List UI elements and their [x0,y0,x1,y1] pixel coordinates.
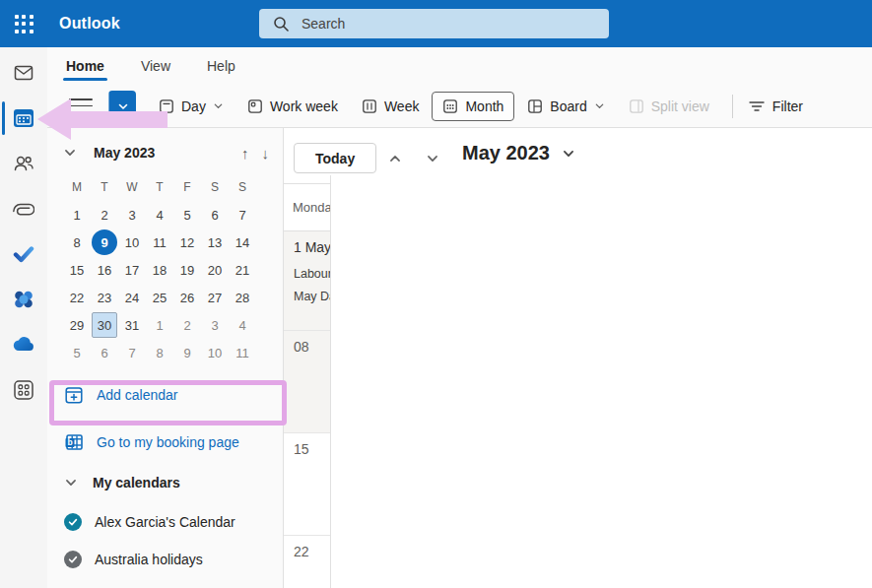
view-day-button[interactable]: Day [148,92,235,121]
rail-item-onedrive[interactable] [8,329,39,360]
mini-calendar-day[interactable]: 1 [64,202,90,228]
month-title-dropdown[interactable]: May 2023 [462,142,575,164]
mini-calendar-day[interactable]: 30 [92,312,117,338]
mini-calendar-day[interactable]: 20 [202,257,228,283]
mini-calendar-day[interactable]: 13 [202,229,228,255]
month-title: May 2023 [462,142,550,164]
collapse-sidebar-button[interactable] [69,95,93,118]
mini-calendar-day[interactable]: 2 [92,202,117,228]
mini-calendar-day[interactable]: 11 [230,340,255,365]
mini-calendar-day[interactable]: 3 [202,312,228,338]
search-input[interactable]: Search [259,9,609,38]
my-calendars-header[interactable]: My calendars [64,475,180,490]
mini-calendar-day[interactable]: 16 [92,257,117,283]
rail-item-calendar[interactable] [8,102,39,134]
rail-item-files[interactable] [8,193,39,225]
mini-calendar-next-button[interactable]: ↓ [262,146,270,161]
mini-calendar-grid: MTWTFSS123456789101112131415161718192021… [63,173,256,366]
mini-calendar-day[interactable]: 8 [147,340,172,365]
mini-calendar-day[interactable]: 22 [64,285,90,310]
mini-calendar-day[interactable]: 15 [64,257,90,283]
mini-calendar-day[interactable]: 12 [174,229,200,255]
today-button[interactable]: Today [294,143,376,173]
mini-calendar-day[interactable]: 29 [64,312,90,338]
mini-calendar-weekday: S [238,180,246,194]
mini-calendar-day[interactable]: 31 [119,312,145,338]
mini-calendar-weekday: F [183,180,190,194]
mini-calendar-day[interactable]: 11 [147,229,172,255]
mini-calendar-day[interactable]: 18 [147,257,172,283]
mini-calendar-day[interactable]: 4 [230,312,255,338]
next-month-button[interactable] [424,150,441,167]
my-calendars-title: My calendars [93,475,180,490]
search-icon [273,16,290,33]
mini-calendar-day[interactable]: 8 [64,229,90,255]
mini-calendar-day[interactable]: 23 [92,285,117,310]
mini-calendar-day[interactable]: 7 [119,340,145,365]
mini-calendar-day[interactable]: 4 [147,202,172,228]
mini-calendar-day[interactable]: 25 [147,285,172,310]
app-title: Outlook [59,15,120,33]
mini-calendar-day[interactable]: 9 [174,340,200,365]
view-week-button[interactable]: Week [351,92,431,121]
calendar-name: Alex Garcia's Calendar [95,514,235,530]
mini-calendar-day[interactable]: 3 [119,202,145,228]
add-calendar-link[interactable]: Add calendar [47,380,283,410]
previous-month-button[interactable] [386,150,404,167]
rail-item-todo[interactable] [8,238,39,270]
day-view-icon [159,98,174,114]
view-month-button[interactable]: Month [432,92,514,121]
chevron-down-icon [562,147,575,161]
mini-calendar-day[interactable]: 27 [202,285,228,310]
tab-help[interactable]: Help [205,54,237,78]
mini-calendar-day[interactable]: 2 [174,312,200,338]
filter-button[interactable]: Filter [745,93,807,120]
mini-calendar-prev-button[interactable]: ↑ [241,146,249,161]
mini-calendar-day[interactable]: 5 [174,202,200,228]
rail-item-mail[interactable] [8,57,39,89]
rail-item-more-apps[interactable] [8,374,39,406]
mini-calendar-day[interactable]: 10 [202,340,228,365]
mini-calendar-day[interactable]: 26 [174,285,200,310]
ribbon-toolbar: New event Day Work week Week Month [47,84,872,128]
tab-home[interactable]: Home [64,54,106,78]
calendar-list-item[interactable]: Australia holidays [47,546,283,573]
view-split-view-button: Split view [618,92,720,121]
view-split-view-label: Split view [651,98,709,114]
view-work-week-button[interactable]: Work week [236,92,349,121]
mini-calendar-day[interactable]: 9 [92,229,117,255]
mini-calendar-day[interactable]: 6 [202,202,228,228]
calendar-color-dot [64,513,82,531]
mini-calendar-day[interactable]: 28 [230,285,255,310]
view-board-button[interactable]: Board [516,92,615,121]
rail-item-groups[interactable] [8,284,39,315]
check-icon [68,517,78,527]
chevron-up-icon [388,152,402,165]
mini-calendar-day[interactable]: 24 [119,285,145,310]
mini-calendar-day[interactable]: 14 [230,229,255,255]
mini-calendar-day[interactable]: 1 [147,312,172,338]
mini-calendar-day[interactable]: 6 [92,340,117,365]
new-event-button[interactable]: New event [108,91,136,122]
mini-calendar-day[interactable]: 5 [64,340,90,365]
mini-calendar-weekday: T [101,180,107,194]
chevron-down-icon [64,476,78,490]
week-view-icon [362,98,377,114]
toolbar-divider [732,95,733,118]
view-board-label: Board [550,98,586,114]
new-event-dropdown-button[interactable] [108,91,136,122]
booking-page-link[interactable]: b Go to my booking page [47,427,283,457]
rail-item-people[interactable] [8,148,39,179]
app-launcher-button[interactable] [0,0,47,47]
mini-calendar-day[interactable]: 10 [119,229,145,255]
mini-calendar-day[interactable]: 19 [174,257,200,283]
mini-calendar-day[interactable]: 7 [230,202,255,228]
mini-calendar-day[interactable]: 21 [230,257,255,283]
tab-view[interactable]: View [139,54,172,78]
split-view-icon [629,98,644,114]
svg-text:b: b [67,437,72,447]
mail-icon [13,62,34,84]
mini-calendar-day[interactable]: 17 [119,257,145,283]
calendar-list-item[interactable]: Alex Garcia's Calendar [47,508,283,536]
chevron-down-icon[interactable] [63,146,77,160]
